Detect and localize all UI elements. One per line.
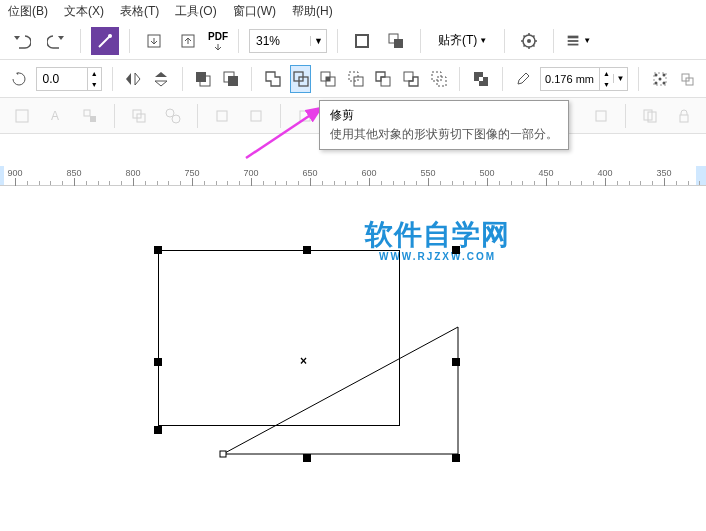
object-origin-button[interactable] xyxy=(649,65,671,93)
watermark-title: 软件自学网 xyxy=(365,216,510,254)
to-back-button[interactable] xyxy=(220,65,242,93)
separator xyxy=(625,104,626,128)
rotation-stepper[interactable]: ▲▼ xyxy=(87,68,101,90)
intersect-button[interactable] xyxy=(317,65,339,93)
simplify-button[interactable] xyxy=(345,65,367,93)
boundary-button[interactable] xyxy=(428,65,450,93)
ruler-tick: 900 xyxy=(15,166,16,186)
to-front-button[interactable] xyxy=(192,65,214,93)
outline-stepper[interactable]: ▲▼ xyxy=(599,68,613,90)
menu-text[interactable]: 文本(X) xyxy=(64,3,104,20)
svg-rect-51 xyxy=(596,111,606,121)
trim-button[interactable] xyxy=(290,65,312,93)
property-toolbar: ▲▼ ▲▼ ▼ xyxy=(0,60,706,98)
menu-window[interactable]: 窗口(W) xyxy=(233,3,276,20)
selection-handle[interactable] xyxy=(452,454,460,462)
selection-handle[interactable] xyxy=(452,358,460,366)
align-button xyxy=(76,102,104,130)
lock2-button xyxy=(670,102,698,130)
weld-button[interactable] xyxy=(262,65,284,93)
svg-rect-48 xyxy=(300,111,310,121)
separator xyxy=(114,104,115,128)
svg-point-0 xyxy=(108,34,112,38)
pdf-label: PDF xyxy=(208,31,228,42)
ruler-tick: 800 xyxy=(133,166,134,186)
back-minus-front-button[interactable] xyxy=(400,65,422,93)
separator xyxy=(504,29,505,53)
import-button[interactable] xyxy=(140,27,168,55)
separator xyxy=(182,67,183,91)
svg-rect-38 xyxy=(16,110,28,122)
svg-point-8 xyxy=(527,39,531,43)
text-wrap-button: A xyxy=(42,102,70,130)
selection-handle[interactable] xyxy=(303,246,311,254)
zoom-combo[interactable]: ▼ xyxy=(249,29,327,53)
svg-point-34 xyxy=(662,81,665,84)
selection-handle[interactable] xyxy=(452,246,460,254)
separator xyxy=(420,29,421,53)
tooltip-description: 使用其他对象的形状剪切下图像的一部分。 xyxy=(330,126,558,143)
pen-icon xyxy=(512,65,534,93)
snap-button[interactable]: 贴齐(T) ▼ xyxy=(431,27,494,55)
separator xyxy=(197,104,198,128)
layout-button[interactable]: ▼ xyxy=(564,27,592,55)
main-toolbar: PDF ▼ 贴齐(T) ▼ ▼ xyxy=(0,22,706,60)
svg-point-44 xyxy=(166,109,174,117)
zoom-dropdown[interactable]: ▼ xyxy=(310,36,326,46)
svg-rect-54 xyxy=(680,115,688,122)
svg-rect-9 xyxy=(568,35,579,38)
zoom-input[interactable] xyxy=(250,34,310,48)
separator xyxy=(251,67,252,91)
outline-width-box[interactable]: ▲▼ ▼ xyxy=(540,67,628,91)
center-marker: × xyxy=(300,354,307,368)
redo-button[interactable] xyxy=(42,27,70,55)
ungroup-button xyxy=(159,102,187,130)
menu-tools[interactable]: 工具(O) xyxy=(175,3,216,20)
svg-point-32 xyxy=(662,73,665,76)
menu-help[interactable]: 帮助(H) xyxy=(292,3,333,20)
menu-table[interactable]: 表格(T) xyxy=(120,3,159,20)
selection-handle[interactable] xyxy=(303,454,311,462)
ruler-tick: 450 xyxy=(546,166,547,186)
selection-handle[interactable] xyxy=(154,426,162,434)
canvas-area[interactable]: 软件自学网 WWW.RJZXW.COM × xyxy=(0,186,706,531)
tooltip: 修剪 使用其他对象的形状剪切下图像的一部分。 xyxy=(319,100,569,150)
svg-rect-11 xyxy=(568,43,579,45)
svg-rect-47 xyxy=(251,111,261,121)
separator xyxy=(238,29,239,53)
ruler-tick: 550 xyxy=(428,166,429,186)
separator xyxy=(459,67,460,91)
export-button[interactable] xyxy=(174,27,202,55)
fullscreen-button[interactable] xyxy=(348,27,376,55)
undo-button[interactable] xyxy=(8,27,36,55)
snap-label: 贴齐(T) xyxy=(438,32,477,49)
tooltip-title: 修剪 xyxy=(330,107,558,124)
rotation-input-box[interactable]: ▲▼ xyxy=(36,67,102,91)
search-button[interactable] xyxy=(91,27,119,55)
svg-rect-29 xyxy=(479,77,483,81)
svg-point-45 xyxy=(172,115,180,123)
separator xyxy=(502,67,503,91)
svg-point-31 xyxy=(654,73,657,76)
frame-button xyxy=(291,102,319,130)
selection-handle[interactable] xyxy=(154,246,162,254)
options-button[interactable] xyxy=(515,27,543,55)
svg-rect-10 xyxy=(568,40,579,42)
selection-handle[interactable] xyxy=(154,358,162,366)
rotation-input[interactable] xyxy=(37,72,87,86)
mirror-h-button[interactable] xyxy=(122,65,144,93)
show-hide-button[interactable] xyxy=(382,27,410,55)
svg-rect-20 xyxy=(326,77,330,81)
svg-point-35 xyxy=(658,77,661,80)
combine-button[interactable] xyxy=(470,65,492,93)
separator xyxy=(280,104,281,128)
front-minus-back-button[interactable] xyxy=(373,65,395,93)
separator xyxy=(129,29,130,53)
menu-bitmap[interactable]: 位图(B) xyxy=(8,3,48,20)
outline-dropdown[interactable]: ▼ xyxy=(613,74,627,83)
pdf-export-button[interactable]: PDF xyxy=(208,31,228,50)
extra-button[interactable] xyxy=(676,65,698,93)
triangle-shape[interactable] xyxy=(218,322,468,462)
outline-width-input[interactable] xyxy=(541,73,599,85)
mirror-v-button[interactable] xyxy=(150,65,172,93)
